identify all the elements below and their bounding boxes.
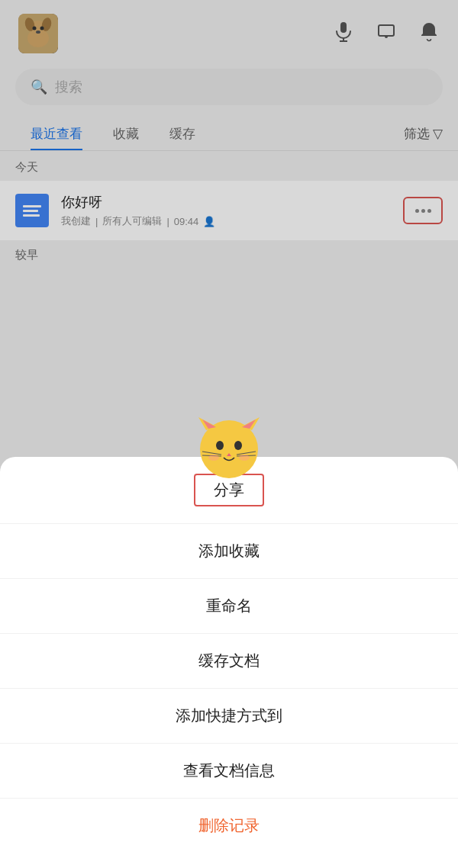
menu-item-rename[interactable]: 重命名 [0, 579, 458, 634]
context-menu: 分享 添加收藏 重命名 缓存文档 添加快捷方式到 查看文档信息 删除记录 [0, 457, 458, 868]
menu-item-favorite[interactable]: 添加收藏 [0, 524, 458, 579]
emoji-sticker [195, 415, 263, 484]
svg-point-27 [239, 455, 250, 461]
menu-item-cache[interactable]: 缓存文档 [0, 634, 458, 689]
svg-point-19 [216, 441, 224, 450]
svg-point-26 [208, 455, 219, 461]
menu-item-info[interactable]: 查看文档信息 [0, 744, 458, 799]
menu-item-shortcut[interactable]: 添加快捷方式到 [0, 689, 458, 744]
svg-point-20 [234, 441, 242, 450]
menu-item-delete[interactable]: 删除记录 [0, 799, 458, 853]
